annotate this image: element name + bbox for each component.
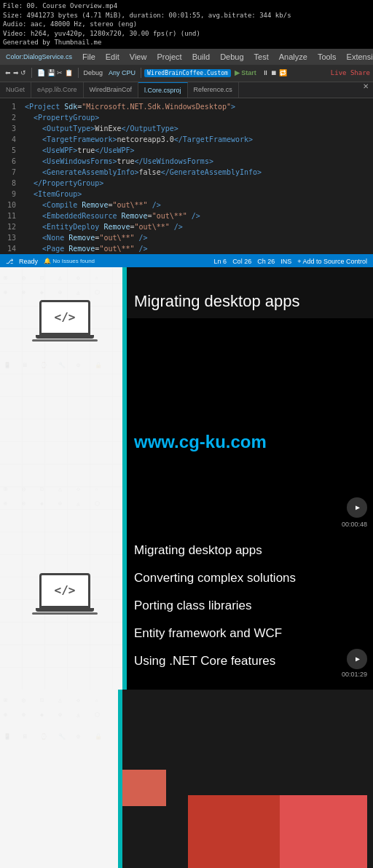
menu-item-netcore: Using .NET Core features [134,647,361,675]
status-ch: Ch 26 [257,258,275,265]
tab-nuget[interactable]: NuGet [0,82,31,98]
timestamp-2: 00:01:29 [342,671,367,678]
menu-tools[interactable]: Tools [315,52,339,61]
debug-label[interactable]: Debug [82,68,106,77]
color-blocks [122,690,373,868]
video-section-1: ⊞ ◎ ⊡ △ ◇ ☆ ⊕ ⊗ ◈ ⊜ ◬ ⬡ </> 📱 🖥 ⌚ 🔧 ⚙ 🔒 … [0,267,373,690]
laptop-icon-2: </> [32,573,98,615]
menu-debug[interactable]: Debug [217,52,246,61]
status-col: Col 26 [232,258,251,265]
ide-section: Color:DialogService.cs File Edit View Pr… [0,49,373,267]
cpu-label[interactable]: Any CPU [106,68,138,77]
menu-view[interactable]: View [127,52,150,61]
slide-title: Migrating desktop apps [134,292,299,311]
menu-list: Migrating desktop apps Converting comple… [122,522,373,690]
laptop-icon-1: </> [32,300,98,342]
laptop-screen-2: </> [39,573,90,608]
status-bar: ⎇ Ready 🔔 No Issues found Ln 6 Col 26 Ch… [0,254,373,269]
menu-item-convert: Converting complex solutions [134,564,361,592]
separator3 [141,68,141,78]
separator [31,68,32,78]
menu-item-port: Porting class libraries [134,592,361,620]
tab-close-x[interactable]: ✕ [363,82,373,98]
timestamp-1: 00:00:48 [342,521,367,528]
code-editor: 12345 678910 1112131415 1617 <Project Sd… [0,98,373,254]
menu-item-migrate: Migrating desktop apps [134,537,361,564]
laptop-foot-1 [32,339,98,342]
middle-area: www.cg-ku.com 00:00:48 [122,318,373,522]
tab-reference[interactable]: Reference.cs [188,82,239,98]
menu-test[interactable]: Test [251,52,272,61]
menu-edit[interactable]: Edit [103,52,122,61]
add-source[interactable]: + Add to Source Control [297,258,367,265]
info-line2: Size: 4941273 bytes (4.71 MiB), duration… [3,11,370,20]
code-symbol-2: </> [55,583,76,597]
laptop-base-2 [36,608,94,612]
play-button-2[interactable] [347,649,367,669]
status-ready: Ready [19,258,38,265]
block-red-1 [280,795,367,868]
code-text: <Project Sdk="Microsoft.NET.Sdk.WindowsD… [20,98,373,254]
block-peach [122,770,166,806]
play-button-1[interactable] [347,497,367,518]
menu-extensions[interactable]: Extensions [344,52,373,61]
tab-core-csproj[interactable]: l.Core.csproj [138,82,188,98]
tab-wiredbrain[interactable]: WiredBrainCof [84,82,139,98]
menu-project[interactable]: Project [154,52,184,61]
status-ln: Ln 6 [214,258,227,265]
info-line4: Video: h264, yuv420p, 1280x720, 30.00 fp… [3,29,370,39]
menu-bar: Color:DialogService.cs File Edit View Pr… [0,49,373,65]
live-share[interactable]: Live Share [331,69,370,76]
toolbar-icons[interactable]: ⬅ ➡ ↺ [3,68,28,77]
separator2 [78,68,79,78]
info-line1: File: 00. Course Overview.mp4 [3,1,370,11]
menu-analyze[interactable]: Analyze [276,52,310,61]
right-content: Migrating desktop apps www.cg-ku.com 00:… [122,267,373,690]
laptop-base-1 [36,335,94,339]
toolbar-action-icons[interactable]: ⏸ ⏹ 🔁 [260,68,289,77]
left-panel-2: ⊞ ◎ ⊡ △ ◇ ☆ ⊕ ⊗ ◈ ⊜ ◬ ⬡ 📱 🖥 ⌚ 🔧 ⚙ 🔒 [0,690,122,868]
menu-build[interactable]: Build [189,52,213,61]
laptop-foot-2 [32,612,98,615]
teal-bar [122,267,127,690]
code-symbol-1: </> [55,310,76,324]
block-coral-1 [188,795,280,868]
laptop-screen-1: </> [39,300,90,335]
toolbar: ⬅ ➡ ↺ 📄 💾 ✂ 📋 Debug Any CPU WiredBrainCo… [0,65,373,82]
wired-badge[interactable]: WiredBrainCoffee.Custom [144,69,231,77]
website-text: www.cg-ku.com [134,432,267,452]
menu-file[interactable]: File [79,52,98,61]
menu-color[interactable]: Color:DialogService.cs [3,53,75,60]
video-info-bar: File: 00. Course Overview.mp4 Size: 4941… [0,0,373,49]
tab-eapp[interactable]: eApp.lib.Core [31,82,84,98]
info-line3: Audio: aac, 48000 Hz, stereo (eng) [3,20,370,29]
line-numbers: 12345 678910 1112131415 1617 [0,98,20,254]
git-icon: ⎇ [6,258,13,265]
start-btn[interactable]: ▶ Start [232,68,259,77]
menu-item-entity: Entity framework and WCF [134,620,361,647]
left-panel: ⊞ ◎ ⊡ △ ◇ ☆ ⊕ ⊗ ◈ ⊜ ◬ ⬡ </> 📱 🖥 ⌚ 🔧 ⚙ 🔒 … [0,267,122,690]
status-ins: INS [280,258,291,265]
info-line5: Generated by Thumbnail.me [3,38,370,47]
top-dark-area: Migrating desktop apps [122,267,373,318]
toolbar-file-icons[interactable]: 📄 💾 ✂ 📋 [35,68,75,77]
tab-bar: NuGet eApp.lib.Core WiredBrainCof l.Core… [0,82,373,98]
status-source: 🔔 No Issues found [44,258,95,264]
video-section-2: ⊞ ◎ ⊡ △ ◇ ☆ ⊕ ⊗ ◈ ⊜ ◬ ⬡ 📱 🖥 ⌚ 🔧 ⚙ 🔒 00:0… [0,690,373,868]
